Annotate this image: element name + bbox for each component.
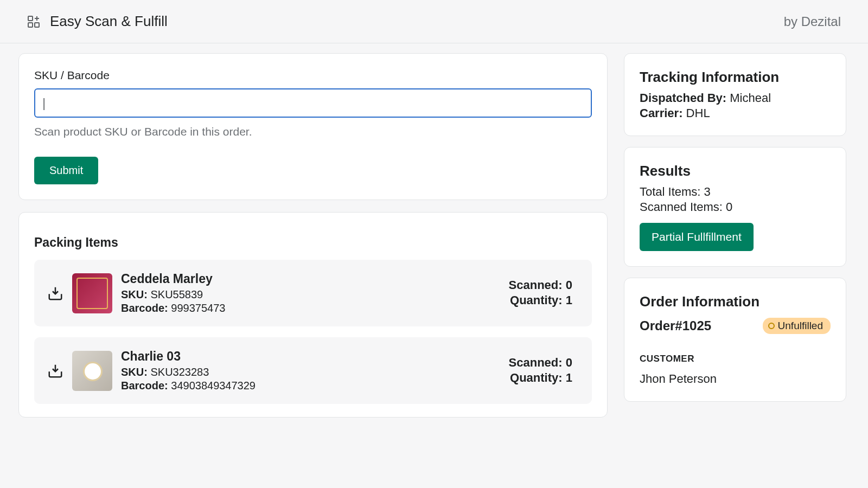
product-thumbnail	[72, 351, 112, 391]
scanned-label: Scanned:	[509, 356, 563, 369]
quantity-value: 1	[566, 371, 572, 384]
carrier-label: Carrier:	[640, 106, 682, 120]
packing-item-row: Ceddela Marley SKU: SKU55839 Barcode: 99…	[34, 260, 592, 326]
barcode-label: Barcode:	[121, 380, 168, 391]
packing-items-title: Packing Items	[34, 235, 599, 250]
sku-value: SKU323283	[150, 366, 209, 378]
packing-item-row: Charlie 03 SKU: SKU323283 Barcode: 34903…	[34, 337, 592, 404]
customer-name: Jhon Peterson	[640, 372, 831, 386]
results-title: Results	[640, 163, 831, 179]
svg-rect-0	[28, 16, 33, 21]
status-text: Unfulfilled	[778, 320, 823, 332]
barcode-value: 999375473	[171, 302, 225, 314]
quantity-line: Quantity: 1	[509, 293, 572, 307]
order-number: Order#1025	[640, 318, 711, 333]
barcode-label: Barcode:	[121, 302, 168, 314]
customer-label: CUSTOMER	[640, 354, 831, 364]
carrier-row: Carrier: DHL	[640, 106, 831, 120]
item-info: Ceddela Marley SKU: SKU55839 Barcode: 99…	[121, 272, 500, 314]
scan-card: SKU / Barcode | Scan product SKU or Barc…	[18, 53, 608, 200]
partial-fulfillment-button[interactable]: Partial Fullfillment	[640, 223, 754, 251]
input-wrapper: |	[34, 88, 592, 118]
dispatched-row: Dispatched By: Micheal	[640, 91, 831, 105]
header-left: Easy Scan & Fulfill	[27, 13, 168, 30]
item-barcode-line: Barcode: 999375473	[121, 302, 500, 314]
scanned-items-value: 0	[726, 200, 732, 214]
quantity-label: Quantity:	[510, 293, 563, 307]
app-title: Easy Scan & Fulfill	[50, 13, 168, 30]
item-name: Ceddela Marley	[121, 272, 500, 286]
page-layout: SKU / Barcode | Scan product SKU or Barc…	[0, 43, 868, 418]
item-name: Charlie 03	[121, 349, 500, 364]
total-items-value: 3	[704, 185, 711, 198]
submit-button[interactable]: Submit	[34, 157, 98, 184]
item-sku-line: SKU: SKU55839	[121, 288, 500, 301]
quantity-line: Quantity: 1	[509, 371, 572, 385]
by-line: by Dezital	[784, 14, 841, 29]
item-right: Scanned: 0 Quantity: 1	[509, 278, 572, 309]
quantity-value: 1	[566, 293, 572, 307]
dispatched-label: Dispatched By:	[640, 91, 726, 105]
item-barcode-line: Barcode: 34903849347329	[121, 380, 500, 392]
scanned-line: Scanned: 0	[509, 356, 572, 370]
status-dot-icon	[768, 323, 775, 329]
sku-label: SKU:	[121, 288, 148, 300]
tracking-title: Tracking Information	[640, 69, 831, 86]
sku-barcode-label: SKU / Barcode	[34, 69, 592, 82]
dispatched-value: Micheal	[730, 91, 771, 105]
sku-barcode-input[interactable]	[34, 88, 592, 118]
scanned-label: Scanned:	[509, 278, 563, 292]
download-box-icon	[47, 285, 63, 301]
item-right: Scanned: 0 Quantity: 1	[509, 356, 572, 386]
total-items-row: Total Items: 3	[640, 185, 831, 199]
product-thumbnail	[72, 273, 112, 313]
order-info-card: Order Information Order#1025 Unfulfilled…	[624, 278, 846, 402]
tracking-card: Tracking Information Dispatched By: Mich…	[624, 53, 846, 136]
item-info: Charlie 03 SKU: SKU323283 Barcode: 34903…	[121, 349, 500, 392]
side-column: Tracking Information Dispatched By: Mich…	[624, 53, 846, 418]
item-sku-line: SKU: SKU323283	[121, 366, 500, 378]
app-header: Easy Scan & Fulfill by Dezital	[0, 0, 868, 43]
sku-label: SKU:	[121, 366, 148, 378]
status-badge: Unfulfilled	[763, 318, 831, 334]
order-row: Order#1025 Unfulfilled	[640, 318, 831, 334]
packing-card: Packing Items Ceddela Marley SKU: SKU558…	[18, 212, 608, 418]
scanned-value: 0	[566, 356, 572, 369]
quantity-label: Quantity:	[510, 371, 563, 384]
download-box-icon	[47, 363, 63, 379]
main-column: SKU / Barcode | Scan product SKU or Barc…	[18, 53, 608, 418]
results-card: Results Total Items: 3 Scanned Items: 0 …	[624, 147, 846, 267]
app-grid-icon	[27, 15, 40, 28]
svg-rect-1	[28, 23, 33, 27]
sku-value: SKU55839	[150, 288, 203, 300]
carrier-value: DHL	[686, 106, 710, 120]
barcode-value: 34903849347329	[171, 380, 256, 391]
scanned-items-label: Scanned Items:	[640, 200, 723, 214]
svg-rect-2	[35, 23, 39, 27]
scan-helper: Scan product SKU or Barcode in this orde…	[34, 125, 592, 138]
order-info-title: Order Information	[640, 293, 831, 310]
scanned-value: 0	[566, 278, 572, 292]
total-items-label: Total Items:	[640, 185, 700, 198]
scanned-line: Scanned: 0	[509, 278, 572, 292]
scanned-items-row: Scanned Items: 0	[640, 200, 831, 214]
